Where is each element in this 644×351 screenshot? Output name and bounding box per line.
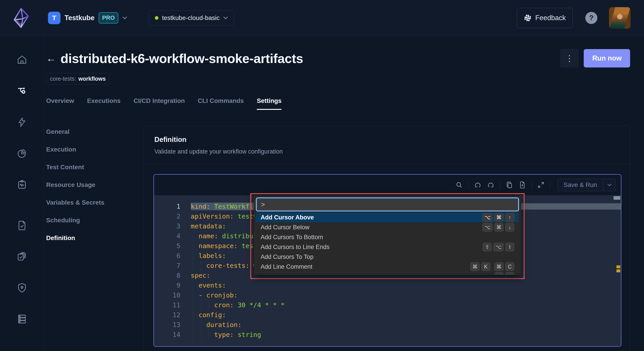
tab-executions[interactable]: Executions bbox=[87, 97, 120, 110]
line-number: 2 bbox=[154, 212, 180, 220]
panel-subtitle: Validate and update your workflow config… bbox=[154, 148, 619, 155]
command-item-add-cursors-to-top[interactable]: Add Cursors To Top bbox=[256, 252, 519, 262]
annotation-rectangle: > Add Cursor Above⌥⌘↑Add Cursor Below⌥⌘↓… bbox=[250, 193, 524, 279]
undo-icon[interactable] bbox=[474, 181, 482, 189]
subnav-item-variables-secrets[interactable]: Variables & Secrets bbox=[46, 199, 144, 206]
indent-guide bbox=[193, 329, 193, 340]
command-item-add-cursors-to-bottom[interactable]: Add Cursors To Bottom bbox=[256, 232, 519, 242]
yaml-token: cronjob: bbox=[206, 292, 238, 299]
org-switcher[interactable]: T Testkube PRO bbox=[48, 12, 127, 24]
subnav-item-definition[interactable]: Definition bbox=[46, 234, 144, 242]
save-and-run-button[interactable]: Save & Run bbox=[558, 179, 616, 191]
toolbar-divider bbox=[532, 181, 532, 189]
overview-ruler-marker bbox=[616, 270, 620, 272]
fullscreen-icon[interactable] bbox=[537, 181, 545, 189]
sidebar-item-insights[interactable] bbox=[17, 148, 27, 158]
keyboard-shortcut-key: I bbox=[505, 243, 514, 251]
chevron-down-icon bbox=[122, 16, 127, 20]
subnav-item-test-content[interactable]: Test Content bbox=[46, 164, 144, 171]
subnav-item-general[interactable]: General bbox=[46, 128, 144, 136]
command-label: Add Cursor Above bbox=[260, 214, 314, 221]
redo-icon[interactable] bbox=[487, 181, 494, 189]
tab-settings[interactable]: Settings bbox=[257, 97, 282, 110]
tab-ci-cd-integration[interactable]: CI/CD Integration bbox=[134, 97, 185, 110]
tab-cli-commands[interactable]: CLI Commands bbox=[198, 97, 244, 110]
sidebar-item-security[interactable] bbox=[17, 283, 27, 293]
page-title: distributed-k6-workflow-smoke-artifacts bbox=[60, 51, 303, 66]
server-icon bbox=[17, 314, 27, 324]
sidebar-item-triggers[interactable] bbox=[17, 117, 27, 127]
command-item-add-line-comment[interactable]: Add Line Comment⌘K⌘C bbox=[256, 262, 519, 272]
run-now-button[interactable]: Run now bbox=[584, 49, 630, 68]
yaml-editor: Save & Run 1kind: TestWorkflo2apiVersion… bbox=[154, 174, 621, 347]
lightning-icon bbox=[17, 117, 27, 127]
command-label: Add Cursor Below bbox=[260, 224, 310, 231]
yaml-token: duration: bbox=[206, 321, 242, 328]
yaml-token: 30 */4 * * * bbox=[238, 301, 285, 309]
more-actions-button[interactable]: ⋮ bbox=[560, 49, 579, 68]
indent-guide bbox=[201, 329, 201, 340]
org-avatar: T bbox=[48, 12, 60, 24]
environment-name: testkube-cloud-basic bbox=[162, 14, 220, 22]
back-button[interactable]: ← bbox=[46, 53, 56, 63]
line-number: 3 bbox=[154, 222, 180, 230]
keyboard-shortcut-key: ⌘ bbox=[470, 262, 480, 271]
user-avatar[interactable] bbox=[609, 7, 630, 29]
indent-guide bbox=[208, 329, 209, 340]
command-palette-input[interactable]: > bbox=[257, 198, 518, 210]
org-name: Testkube bbox=[64, 14, 94, 22]
yaml-token: apiVersion: bbox=[191, 212, 238, 220]
sidebar-item-resources[interactable] bbox=[17, 314, 27, 324]
sidebar-item-test-suites[interactable] bbox=[17, 252, 27, 262]
indent-guide bbox=[193, 280, 193, 291]
yaml-token: spec: bbox=[191, 272, 210, 279]
code-line-10[interactable]: 10 - cronjob: bbox=[154, 290, 621, 300]
sidebar-item-test-results[interactable] bbox=[17, 220, 27, 231]
command-item-add-cursor-above[interactable]: Add Cursor Above⌥⌘↑ bbox=[256, 212, 519, 222]
palette-prompt: > bbox=[261, 201, 265, 208]
home-icon bbox=[17, 55, 27, 65]
slack-icon bbox=[524, 14, 532, 22]
indent-guide bbox=[201, 300, 201, 311]
search-icon[interactable] bbox=[455, 181, 463, 189]
code-line-11[interactable]: 11 cron: 30 */4 * * * bbox=[154, 300, 621, 310]
copy-icon[interactable] bbox=[506, 181, 513, 189]
indent-guide bbox=[193, 300, 193, 311]
keyboard-shortcut-key: C bbox=[505, 262, 514, 271]
command-item-add-cursor-below[interactable]: Add Cursor Below⌥⌘↓ bbox=[256, 222, 519, 232]
yaml-token: labels: bbox=[198, 252, 226, 260]
command-item-partial[interactable] bbox=[256, 272, 519, 275]
command-label: Add Cursors To Top bbox=[260, 254, 314, 260]
indent-guide bbox=[193, 290, 193, 301]
sidebar-item-health[interactable] bbox=[17, 179, 27, 190]
settings-subnav: GeneralExecutionTest ContentResource Usa… bbox=[46, 126, 144, 252]
yaml-token: namespace: bbox=[198, 242, 242, 250]
editor-scrollbar[interactable] bbox=[614, 196, 620, 200]
plan-badge: PRO bbox=[98, 12, 118, 24]
main-content: ← distributed-k6-workflow-smoke-artifact… bbox=[44, 36, 644, 351]
editor-toolbar: Save & Run bbox=[154, 174, 621, 195]
code-line-9[interactable]: 9 events: bbox=[154, 280, 621, 290]
tab-overview[interactable]: Overview bbox=[46, 97, 74, 110]
paste-document-icon[interactable] bbox=[518, 181, 526, 189]
yaml-token: cron: bbox=[214, 301, 238, 309]
line-number: 13 bbox=[154, 321, 180, 328]
testkube-logo-icon[interactable] bbox=[12, 7, 30, 29]
sidebar-item-home[interactable] bbox=[17, 55, 27, 65]
feedback-button[interactable]: Feedback bbox=[517, 8, 573, 28]
chevron-down-icon bbox=[223, 16, 228, 20]
command-label: Add Cursors to Line Ends bbox=[260, 244, 330, 250]
subnav-item-scheduling[interactable]: Scheduling bbox=[46, 217, 144, 224]
indent-guide bbox=[193, 260, 193, 271]
code-line-14[interactable]: 14 type: string bbox=[154, 330, 621, 340]
save-run-dropdown[interactable] bbox=[603, 184, 616, 186]
environment-selector[interactable]: testkube-cloud-basic bbox=[149, 10, 234, 26]
sidebar-item-workflows[interactable] bbox=[17, 86, 27, 96]
command-item-add-cursors-to-line-ends[interactable]: Add Cursors to Line Ends⇧⌥I bbox=[256, 242, 519, 252]
code-line-13[interactable]: 13 duration: bbox=[154, 320, 621, 330]
help-button[interactable]: ? bbox=[585, 12, 598, 24]
line-number: 5 bbox=[154, 242, 180, 250]
subnav-item-resource-usage[interactable]: Resource Usage bbox=[46, 181, 144, 188]
subnav-item-execution[interactable]: Execution bbox=[46, 146, 144, 153]
code-line-12[interactable]: 12 config: bbox=[154, 310, 621, 320]
